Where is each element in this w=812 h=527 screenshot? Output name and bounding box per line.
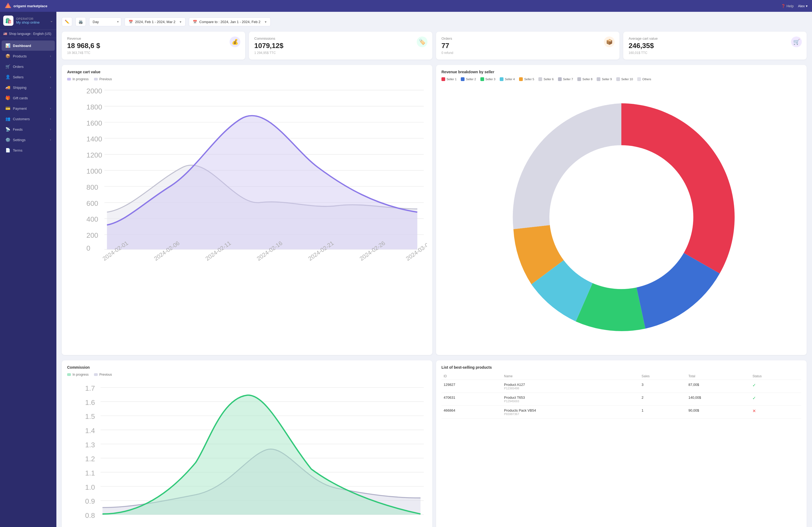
- commissions-label: Commissions: [254, 36, 427, 41]
- seller-6-dot: [538, 77, 542, 81]
- others-dot: [637, 77, 641, 81]
- commission-svg: 1.7 1.6 1.5 1.4 1.3 1.2 1.1 1.0 0.9 0.8: [67, 379, 427, 527]
- revenue-icon: 💰: [230, 36, 240, 47]
- status-icon: ✓: [752, 383, 756, 388]
- svg-text:2000: 2000: [86, 87, 102, 95]
- orders-icon: 📦: [604, 36, 615, 47]
- date-range-picker[interactable]: 📅 2024, Feb 1 - 2024, Mar 2 ▾: [125, 17, 186, 26]
- charts-row-1: Average cart value In progress Previous …: [62, 65, 807, 355]
- svg-text:0: 0: [86, 244, 90, 252]
- sidebar-item-orders[interactable]: 🛒 Orders: [2, 61, 55, 72]
- edit-button[interactable]: ✏️: [62, 17, 72, 26]
- seller-6-legend: Seller 6: [538, 77, 553, 81]
- period-select-wrapper: Day Week Month Year: [89, 17, 121, 26]
- svg-text:1000: 1000: [86, 167, 102, 175]
- customers-icon: 👥: [5, 117, 10, 121]
- commissions-sub: 1 294,95$ TTC: [254, 51, 427, 55]
- commission-chart-legend: In progress Previous: [67, 373, 427, 376]
- svg-text:1200: 1200: [86, 151, 102, 159]
- seller-7-dot: [558, 77, 562, 81]
- navbar-right: ❓ Help Alex ▾: [781, 4, 808, 8]
- product-status: ✓: [750, 380, 801, 393]
- help-icon: ❓: [781, 4, 785, 8]
- product-id[interactable]: 129827: [441, 380, 502, 393]
- svg-text:600: 600: [86, 199, 98, 207]
- avg-cart-svg: 2000 1800 1600 1400 1200 1000 800 600 40…: [67, 84, 427, 264]
- navbar-help[interactable]: ❓ Help: [781, 4, 794, 8]
- user-chevron-icon: ▾: [806, 4, 808, 8]
- sidebar-item-feeds[interactable]: 📡 Feeds ›: [2, 124, 55, 134]
- svg-text:1800: 1800: [86, 103, 102, 111]
- seller-10-dot: [616, 77, 620, 81]
- svg-text:400: 400: [86, 215, 98, 223]
- sidebar-item-dashboard[interactable]: 📊 Dashboard: [2, 41, 55, 51]
- seller-4-legend: Seller 4: [500, 77, 515, 81]
- best-selling-title: List of best-selling products: [441, 365, 801, 370]
- operator-label: Operator: [16, 17, 47, 20]
- seller-5-dot: [519, 77, 523, 81]
- navbar-user[interactable]: Alex ▾: [798, 4, 808, 8]
- sidebar-item-shipping[interactable]: 🚚 Shipping ›: [2, 82, 55, 93]
- revenue-value: 18 968,6 $: [67, 42, 240, 50]
- svg-text:1.6: 1.6: [85, 398, 95, 406]
- compare-date-picker[interactable]: 📅 Compare to : 2024, Jan 1 - 2024, Feb 2…: [189, 17, 271, 26]
- seller-2-dot: [461, 77, 465, 81]
- avg-cart-label: Average cart value: [628, 36, 801, 41]
- navbar-left: origami marketplace: [4, 2, 47, 10]
- product-status: ✕: [750, 405, 801, 418]
- sidebar-item-giftcards[interactable]: 🎁 Gift cards: [2, 93, 55, 103]
- sidebar-item-payment[interactable]: 💳 Payment ›: [2, 103, 55, 114]
- giftcards-icon: 🎁: [5, 95, 10, 100]
- shipping-icon: 🚚: [5, 85, 10, 90]
- flag-icon: 🇺🇸: [3, 32, 7, 36]
- orders-icon: 🛒: [5, 64, 10, 69]
- sidebar-language: 🇺🇸 Shop language : English (US): [0, 30, 56, 38]
- svg-text:1.3: 1.3: [85, 441, 95, 449]
- seller-3-legend: Seller 3: [480, 77, 495, 81]
- svg-point-31: [549, 145, 693, 289]
- print-button[interactable]: 🖨️: [75, 17, 86, 26]
- period-select[interactable]: Day Week Month Year: [89, 17, 121, 26]
- sidebar-operator[interactable]: 🛍️ Operator My shop online ⌄: [0, 12, 56, 30]
- sidebar-item-settings[interactable]: ⚙️ Settings ›: [2, 135, 55, 145]
- avg-cart-chart-legend: In progress Previous: [67, 77, 427, 81]
- operator-chevron-icon: ⌄: [50, 18, 53, 23]
- settings-icon: ⚙️: [5, 137, 10, 142]
- best-selling-card: List of best-selling products ID Name Sa…: [436, 360, 807, 527]
- sidebar-item-label-sellers: Sellers: [13, 75, 24, 79]
- operator-icon: 🛍️: [3, 16, 13, 26]
- orders-sub: 0 refund: [441, 51, 614, 55]
- in-progress-dot: [67, 78, 71, 80]
- product-id[interactable]: 470631: [441, 393, 502, 405]
- navbar-logo: origami marketplace: [4, 2, 47, 10]
- sidebar-item-customers[interactable]: 👥 Customers ›: [2, 114, 55, 124]
- commission-chart-card: Commission In progress Previous 1.7 1.6: [62, 360, 432, 527]
- product-total: 90,00$: [686, 405, 751, 418]
- seller-5-legend: Seller 5: [519, 77, 534, 81]
- sidebar-item-terms[interactable]: 📄 Terms: [2, 145, 55, 155]
- metric-orders: Orders 77 0 refund 📦: [436, 32, 620, 60]
- nav-chevron-icon-feeds: ›: [50, 127, 51, 131]
- col-status: Status: [750, 373, 801, 380]
- svg-text:1.1: 1.1: [85, 469, 95, 477]
- navbar: origami marketplace ❓ Help Alex ▾: [0, 0, 812, 12]
- toolbar: ✏️ 🖨️ Day Week Month Year 📅 2024, Feb 1 …: [62, 17, 807, 26]
- seller-10-legend: Seller 10: [616, 77, 633, 81]
- product-total: 140,00$: [686, 393, 751, 405]
- sidebar-item-label-feeds: Feeds: [13, 127, 23, 132]
- sidebar-item-sellers[interactable]: 👤 Sellers ›: [2, 72, 55, 82]
- col-id: ID: [441, 373, 502, 380]
- seller-8-dot: [577, 77, 581, 81]
- seller-9-legend: Seller 9: [597, 77, 612, 81]
- revenue-label: Revenue: [67, 36, 240, 41]
- metric-revenue: Revenue 18 968,6 $ 19 363,74$ TTC 💰: [62, 32, 245, 60]
- product-sales: 2: [639, 393, 686, 405]
- table-row: 466864 Products Pack VB54 P65987367 1 90…: [441, 405, 801, 418]
- sidebar-item-label-products: Products: [13, 54, 27, 58]
- product-name: Product T653 P12945693: [502, 393, 639, 405]
- product-id[interactable]: 466864: [441, 405, 502, 418]
- sidebar-nav: 📊 Dashboard 📦 Products › 🛒 Orders 👤 Sell…: [0, 38, 56, 158]
- legend-in-progress: In progress: [67, 77, 89, 81]
- sidebar-item-products[interactable]: 📦 Products ›: [2, 51, 55, 61]
- metric-commissions: Commissions 1079,12$ 1 294,95$ TTC 🏷️: [249, 32, 432, 60]
